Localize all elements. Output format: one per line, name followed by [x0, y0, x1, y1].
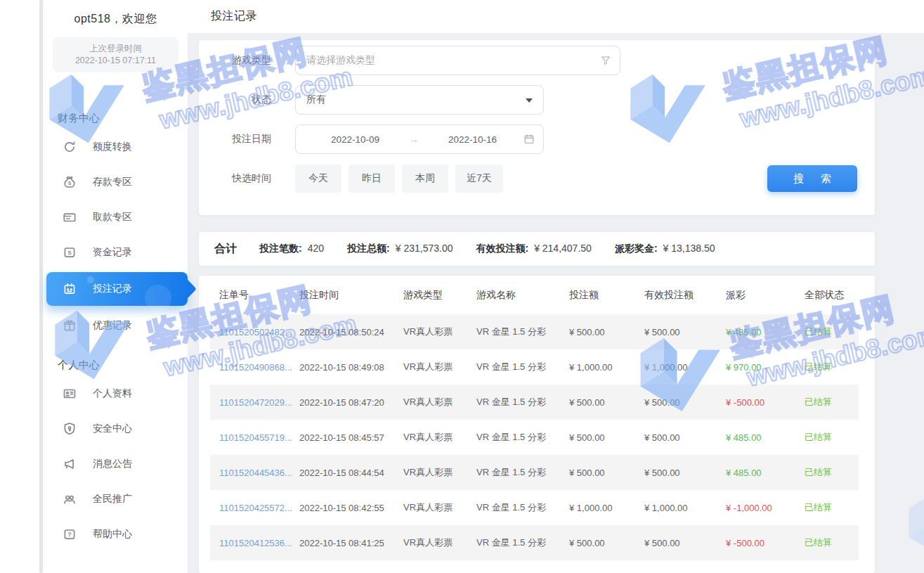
status-value[interactable]: 所有 [295, 85, 544, 115]
table-row: 1101520490868... 2022-10-15 08:49:08 VR真… [210, 349, 859, 385]
sidebar-item-label: 消息公告 [93, 458, 132, 470]
bet-amount: ¥ 1,000.00 [569, 503, 644, 513]
quick-yesterday-button[interactable]: 昨日 [349, 165, 395, 193]
search-button[interactable]: 搜 索 [767, 165, 857, 192]
people-icon [62, 491, 77, 507]
help-icon: ? [62, 527, 77, 542]
bank-card-icon [62, 210, 77, 225]
bet-amount: ¥ 1,000.00 [569, 362, 644, 373]
summary-bar: 合计 投注笔数: 420 投注总额: ¥ 231,573.00 有效投注额: ¥… [199, 232, 875, 266]
bet-time: 2022-10-15 08:49:08 [299, 362, 403, 373]
refresh-icon [62, 139, 77, 155]
table-header-row: 注单号 投注时间 游戏类型 游戏名称 投注额 有效投注额 派彩 全部状态 [199, 276, 875, 314]
game-type: VR真人彩票 [403, 396, 476, 408]
last-login-box: 上次登录时间 2022-10-15 07:17:11 [53, 37, 178, 72]
bet-id-link[interactable]: 1101520412536... [219, 538, 299, 548]
date-range-picker[interactable]: 2022-10-09 → 2022-10-16 [295, 124, 544, 154]
bet-amount: ¥ 500.00 [569, 397, 644, 408]
date-range-arrow: → [406, 134, 422, 145]
game-name: VR 金星 1.5 分彩 [476, 361, 569, 373]
valid-amount: ¥ 1,000.00 [644, 503, 726, 513]
bet-id-link[interactable]: 1101520425572... [219, 503, 299, 513]
sidebar-item-announcements[interactable]: 消息公告 [44, 446, 188, 482]
sidebar-item-funds-record[interactable]: S 资金记录 [44, 235, 188, 270]
valid-amount: ¥ 500.00 [644, 397, 726, 408]
last-login-time: 2022-10-15 07:17:11 [56, 55, 176, 67]
topbar: 投注记录 [188, 0, 924, 33]
welcome-text: opt518，欢迎您 [44, 0, 188, 27]
status-badge: 已结算 [805, 396, 859, 408]
game-type-select[interactable]: 请选择游戏类型 [295, 46, 620, 75]
sidebar-item-bet-records[interactable]: 投注记录 [46, 272, 188, 306]
valid-amount: ¥ 500.00 [644, 432, 726, 443]
table-row: 1101520445436... 2022-10-15 08:44:54 VR真… [210, 455, 859, 490]
bet-id-link[interactable]: 1101520445436... [219, 468, 299, 478]
sidebar-item-label: 个人资料 [93, 387, 132, 400]
finance-nav: 额度转换 S 存款专区 取款专区 [44, 129, 188, 343]
summary-bet-total: 投注总额: ¥ 231,573.00 [347, 243, 453, 255]
sidebar-item-quota-convert[interactable]: 额度转换 [44, 129, 188, 165]
valid-amount: ¥ 500.00 [644, 327, 726, 337]
status-select[interactable]: 所有 [295, 85, 544, 115]
payout-amount: ¥ 970.00 [726, 362, 805, 373]
svg-text:S: S [68, 181, 72, 186]
game-name: VR 金星 1.5 分彩 [476, 396, 569, 408]
game-type: VR真人彩票 [403, 361, 476, 373]
calendar-small-icon [523, 134, 535, 145]
col-header-valid-amount: 有效投注额 [644, 289, 726, 302]
sidebar-item-profile[interactable]: 个人资料 [44, 376, 188, 411]
quick-last-7-days-button[interactable]: 近7天 [455, 165, 503, 193]
sidebar-item-referral[interactable]: 全民推广 [44, 482, 188, 517]
status-label: 状态 [199, 94, 271, 106]
bet-records-table: 注单号 投注时间 游戏类型 游戏名称 投注额 有效投注额 派彩 全部状态 110… [199, 276, 875, 573]
date-start-input[interactable]: 2022-10-09 [304, 134, 406, 145]
bet-id-link[interactable]: 1101520502482... [219, 327, 299, 337]
sidebar-item-withdraw[interactable]: 取款专区 [44, 200, 188, 235]
page-title: 投注记录 [211, 9, 257, 24]
payout-amount: ¥ 485.00 [726, 468, 805, 478]
sidebar-item-promo-record[interactable]: 优惠记录 [44, 308, 188, 343]
bet-amount: ¥ 500.00 [569, 432, 644, 443]
payout-amount: ¥ 485.00 [726, 432, 805, 443]
status-badge: 已结算 [805, 326, 859, 338]
bet-amount: ¥ 500.00 [569, 327, 644, 337]
personal-nav: 个人资料 安全中心 消息公告 [44, 376, 188, 552]
sidebar-item-label: 取款专区 [93, 211, 132, 224]
svg-text:S: S [67, 250, 71, 256]
sidebar-item-label: 全民推广 [93, 493, 132, 506]
bet-amount: ¥ 500.00 [569, 538, 644, 548]
date-end-input[interactable]: 2022-10-16 [422, 134, 523, 145]
bet-id-link[interactable]: 1101520472029... [219, 397, 299, 408]
filter-funnel-icon [600, 55, 611, 69]
payout-amount: ¥ 485.00 [726, 327, 805, 337]
game-type-label: 游戏类型 [199, 54, 271, 67]
game-type: VR真人彩票 [403, 501, 476, 514]
sidebar: opt518，欢迎您 上次登录时间 2022-10-15 07:17:11 财务… [44, 0, 188, 573]
col-header-bet-time: 投注时间 [299, 289, 403, 302]
sidebar-section-finance: 财务中心 [58, 112, 188, 125]
funds-record-icon: S [62, 245, 77, 260]
summary-payout-bonus: 派彩奖金: ¥ 13,138.50 [615, 243, 715, 255]
sidebar-item-deposit[interactable]: S 存款专区 [44, 165, 188, 200]
quick-time-label: 快选时间 [199, 172, 271, 185]
filter-panel: 游戏类型 请选择游戏类型 状态 所有 投注日期 2022-10-09 → 202… [199, 40, 875, 215]
table-row: 1101520412536... 2022-10-15 08:41:25 VR真… [210, 525, 859, 560]
sidebar-item-label: 资金记录 [93, 246, 132, 259]
table-body: 1101520502482... 2022-10-15 08:50:24 VR真… [199, 314, 875, 560]
calendar-icon [62, 281, 77, 297]
quick-this-week-button[interactable]: 本周 [402, 165, 448, 193]
quick-today-button[interactable]: 今天 [295, 165, 341, 193]
valid-amount: ¥ 1,000.00 [644, 362, 726, 373]
sidebar-item-label: 帮助中心 [93, 528, 132, 541]
status-badge: 已结算 [805, 536, 859, 549]
bet-time: 2022-10-15 08:44:54 [299, 468, 403, 478]
panel-divider [39, 0, 43, 573]
game-type: VR真人彩票 [403, 536, 476, 549]
game-type-placeholder[interactable]: 请选择游戏类型 [295, 46, 620, 75]
sidebar-item-security[interactable]: 安全中心 [44, 411, 188, 446]
bet-id-link[interactable]: 1101520490868... [219, 362, 299, 373]
sidebar-item-help[interactable]: ? 帮助中心 [44, 517, 188, 552]
payout-amount: ¥ -500.00 [726, 397, 805, 408]
game-name: VR 金星 1.5 分彩 [476, 326, 569, 338]
bet-id-link[interactable]: 1101520455719... [219, 432, 299, 443]
